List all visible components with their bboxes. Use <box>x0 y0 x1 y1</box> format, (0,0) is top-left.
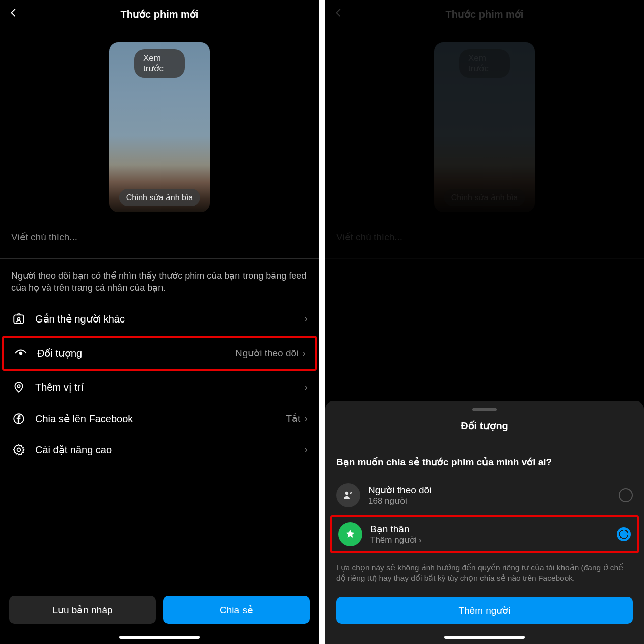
row-label: Đối tượng <box>37 347 235 359</box>
audience-bottom-sheet: Đối tượng Bạn muốn chia sẻ thước phim củ… <box>325 401 644 644</box>
share-button[interactable]: Chia sẻ <box>163 596 310 624</box>
back-icon[interactable] <box>8 7 19 21</box>
option-followers[interactable]: Người theo dõi 168 người <box>325 477 644 513</box>
radio-selected[interactable] <box>617 527 631 541</box>
eye-icon <box>13 346 28 361</box>
cover-preview-area: Xem trước Chỉnh sửa ảnh bìa <box>0 28 319 222</box>
sheet-question: Bạn muốn chia sẻ thước phim của mình với… <box>325 443 644 477</box>
svg-point-2 <box>19 351 23 355</box>
header: Thước phim mới <box>0 0 319 28</box>
row-label: Thêm vị trí <box>35 381 304 393</box>
row-label: Cài đặt nâng cao <box>35 444 304 456</box>
row-share-facebook[interactable]: Chia sẻ lên Facebook Tắt › <box>0 403 319 434</box>
edit-cover-button[interactable]: Chỉnh sửa ảnh bìa <box>119 189 200 206</box>
caption-input[interactable]: Viết chú thích... <box>0 222 319 259</box>
svg-point-3 <box>17 385 20 387</box>
option-title: Bạn thân <box>370 523 617 535</box>
visibility-info: Người theo dõi bạn có thể nhìn thấy thướ… <box>0 259 319 303</box>
row-label: Chia sẻ lên Facebook <box>35 413 286 425</box>
row-value: Tắt <box>286 413 300 424</box>
row-tag-people[interactable]: Gắn thẻ người khác › <box>0 303 319 335</box>
chevron-right-icon: › <box>304 444 308 455</box>
screen-right-audience-sheet: Thước phim mới Xem trước Chỉnh sửa ảnh b… <box>325 0 644 644</box>
tag-person-icon <box>11 311 26 327</box>
location-icon <box>11 380 26 395</box>
svg-rect-0 <box>14 315 24 323</box>
svg-point-6 <box>345 492 348 495</box>
radio-unselected[interactable] <box>619 488 633 502</box>
svg-point-1 <box>18 317 20 320</box>
row-label: Gắn thẻ người khác <box>35 313 304 325</box>
followers-icon <box>336 483 360 507</box>
option-title: Người theo dõi <box>368 484 619 496</box>
chevron-right-icon: › <box>304 313 308 325</box>
home-indicator[interactable] <box>444 636 525 639</box>
chevron-right-icon: › <box>302 347 306 359</box>
row-audience[interactable]: Đối tượng Người theo dõi › <box>2 336 317 371</box>
save-draft-button[interactable]: Lưu bản nháp <box>9 596 156 624</box>
row-value: Người theo dõi <box>235 347 298 359</box>
facebook-icon <box>11 411 26 426</box>
add-people-button[interactable]: Thêm người <box>336 597 633 624</box>
svg-point-5 <box>17 448 21 451</box>
preview-button[interactable]: Xem trước <box>134 49 185 78</box>
sheet-grabber[interactable] <box>472 408 497 411</box>
bottom-actions: Lưu bản nháp Chia sẻ <box>0 596 319 624</box>
screen-left-new-reel: Thước phim mới Xem trước Chỉnh sửa ảnh b… <box>0 0 319 644</box>
star-icon <box>338 522 362 546</box>
row-add-location[interactable]: Thêm vị trí › <box>0 372 319 403</box>
cover-thumbnail[interactable]: Xem trước Chỉnh sửa ảnh bìa <box>109 42 210 212</box>
option-subtitle: 168 người <box>368 496 619 506</box>
sheet-title: Đối tượng <box>325 420 644 443</box>
chevron-right-icon: › <box>304 413 308 424</box>
option-close-friends[interactable]: Bạn thân Thêm người› <box>330 515 639 553</box>
sheet-info-text: Lựa chọn này sẽ không ảnh hưởng đến quyề… <box>325 555 644 597</box>
gear-icon <box>11 442 26 457</box>
home-indicator[interactable] <box>119 636 200 639</box>
page-title: Thước phim mới <box>121 8 199 20</box>
option-subtitle-link[interactable]: Thêm người› <box>370 535 617 545</box>
row-advanced-settings[interactable]: Cài đặt nâng cao › <box>0 434 319 465</box>
chevron-right-icon: › <box>304 381 308 393</box>
chevron-right-icon: › <box>419 535 422 545</box>
